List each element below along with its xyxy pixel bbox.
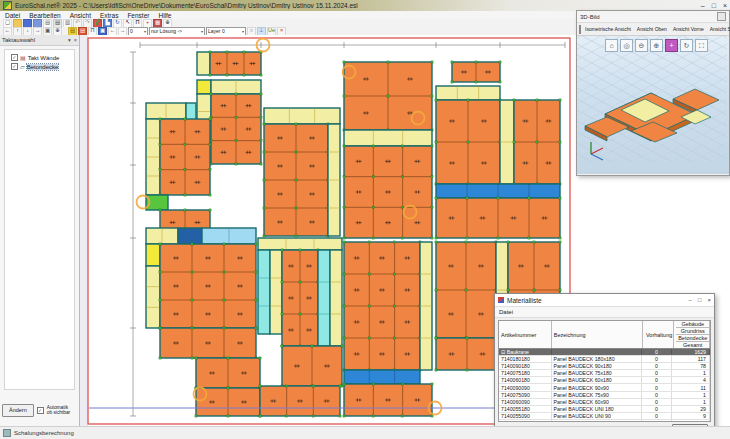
tab-ansicht-seite[interactable]: Ansicht Seite — [708, 25, 730, 33]
fit-view-icon[interactable]: ⛶ — [695, 39, 708, 52]
change-button[interactable]: Ändern — [2, 404, 34, 417]
table-row[interactable]: 7140075180Panel BAUDECK 75x18001 — [499, 370, 710, 377]
table-row[interactable]: 7140180180Panel BAUDECK 180x1800117 — [499, 356, 710, 363]
dialog-menu-datei[interactable]: Datei — [499, 309, 513, 315]
zoom-in-icon[interactable]: ⊕ — [650, 39, 663, 52]
checkbox-icon[interactable]: ✓ — [11, 54, 18, 61]
maximize-button[interactable]: □ — [712, 2, 716, 9]
menu-extras[interactable]: Extras — [100, 12, 118, 19]
dialog-close-button[interactable]: × — [707, 297, 711, 303]
stack-header-betondecke: Betondecke — [676, 335, 709, 342]
automatic-checkbox[interactable]: ✓ — [37, 407, 44, 414]
visibility-icon[interactable]: ◎ — [620, 39, 633, 52]
material-list-dialog: Materialliste – □ × Datei Artikelnummer … — [494, 293, 715, 439]
status-icon — [3, 429, 11, 437]
takt-selection-panel: Taktauswahl ▾ × ✓▤Takt Wände✓▱Betondecke… — [0, 35, 80, 427]
3d-window-title: 3D-Bild — [580, 14, 600, 20]
menu-bearbeiten[interactable]: Bearbeiten — [29, 12, 60, 19]
column-gebaeude-stack[interactable]: GebäudeGrundrissBetondeckeGesamt — [674, 321, 710, 348]
pan-move-icon[interactable]: + — [665, 39, 678, 52]
table-row-group[interactable]: ⊟ Baukrane01629 — [499, 349, 710, 356]
tab-ansicht-vorne[interactable]: Ansicht Vorne — [671, 25, 706, 33]
menu-fenster[interactable]: Fenster — [127, 12, 149, 19]
3d-float-toolbar: ⌂◎⊖⊕+↻⛶ — [605, 39, 708, 52]
table-row[interactable]: 7140075090Panel BAUDECK 75x9001 — [499, 392, 710, 399]
table-row[interactable]: 7140090090Panel BAUDECK 90x90011 — [499, 384, 710, 391]
3d-model — [577, 36, 727, 162]
tree-item-betondecke[interactable]: ✓▱Betondecke — [7, 62, 72, 71]
table-row[interactable]: 7140090180Panel BAUDECK 90x180078 — [499, 363, 710, 370]
euroschal-window: EuroSchal.net® 2025 - C:\Users\IdfiSch\O… — [0, 0, 730, 439]
checkbox-icon[interactable]: ✓ — [11, 63, 18, 70]
stack-header-gebäude: Gebäude — [676, 321, 709, 328]
app-logo-icon — [3, 1, 12, 10]
column-bezeichnung[interactable]: Bezeichnung — [552, 321, 643, 348]
dialog-title: Materialliste — [507, 297, 542, 304]
home-view-icon[interactable]: ⌂ — [605, 39, 618, 52]
menu-hilfe[interactable]: Hilfe — [158, 12, 171, 19]
window-title: EuroSchal.net® 2025 - C:\Users\IdfiSch\O… — [15, 2, 697, 9]
status-text: Schalungsberechnung — [14, 430, 74, 436]
3d-viewport[interactable]: ⌂◎⊖⊕+↻⛶ — [577, 36, 729, 174]
automatic-checkbox-label: Automatik ob sichtbar — [47, 405, 70, 416]
3d-view-window: 3D-Bild Isometrische AnsichtAnsicht Oben… — [576, 10, 730, 176]
column-artikelnummer[interactable]: Artikelnummer — [499, 321, 552, 348]
grid-view-icon[interactable] — [579, 25, 581, 34]
wall-icon: ▤ — [20, 54, 26, 61]
menu-ansicht[interactable]: Ansicht — [70, 12, 91, 19]
zoom-out-icon[interactable]: ⊖ — [635, 39, 648, 52]
material-table-header: Artikelnummer Bezeichnung Vorhaltung Geb… — [499, 321, 710, 349]
table-row[interactable]: 7140060180Panel BAUDECK 60x18004 — [499, 377, 710, 384]
3d-view-tabs: Isometrische AnsichtAnsicht ObenAnsicht … — [577, 23, 729, 36]
tree-item-label: Betondecke — [27, 64, 59, 70]
dialog-minimize-button[interactable]: – — [689, 297, 692, 303]
table-row[interactable]: 7140055090Panel BAUDECK UNI 9009 — [499, 413, 710, 420]
slab-icon: ▱ — [20, 63, 25, 70]
material-table-body: ⊟ Baukrane016297140180180Panel BAUDECK 1… — [499, 349, 710, 422]
stack-header-gesamt: Gesamt — [676, 342, 709, 348]
column-vorhaltung[interactable]: Vorhaltung — [643, 321, 675, 348]
minimize-button[interactable]: – — [701, 2, 705, 9]
tree-item-label: Takt Wände — [28, 55, 60, 61]
table-row[interactable]: 7140055180Panel BAUDECK UNI 180029 — [499, 406, 710, 413]
dialog-icon — [498, 297, 504, 303]
dialog-maximize-button[interactable]: □ — [698, 297, 702, 303]
panel-title: Taktauswahl — [2, 37, 35, 43]
pin-icon[interactable]: ▾ — [68, 37, 71, 43]
takt-tree: ✓▤Takt Wände✓▱Betondecke — [4, 49, 75, 390]
stack-header-grundriss: Grundriss — [676, 328, 709, 335]
panel-close-icon[interactable]: × — [74, 37, 77, 43]
close-button[interactable]: × — [723, 2, 727, 9]
status-bar: Schalungsberechnung — [0, 426, 730, 439]
3d-window-menu-button[interactable] — [717, 12, 726, 21]
table-row[interactable]: 7140060090Panel BAUDECK 60x9001 — [499, 399, 710, 406]
rotate-icon[interactable]: ↻ — [680, 39, 693, 52]
tab-ansicht-oben[interactable]: Ansicht Oben — [635, 25, 669, 33]
menu-datei[interactable]: Datei — [5, 12, 20, 19]
tab-isometrische-ansicht[interactable]: Isometrische Ansicht — [583, 25, 633, 33]
tree-item-takt-w-nde[interactable]: ✓▤Takt Wände — [7, 53, 72, 62]
material-table: Artikelnummer Bezeichnung Vorhaltung Geb… — [498, 320, 711, 422]
